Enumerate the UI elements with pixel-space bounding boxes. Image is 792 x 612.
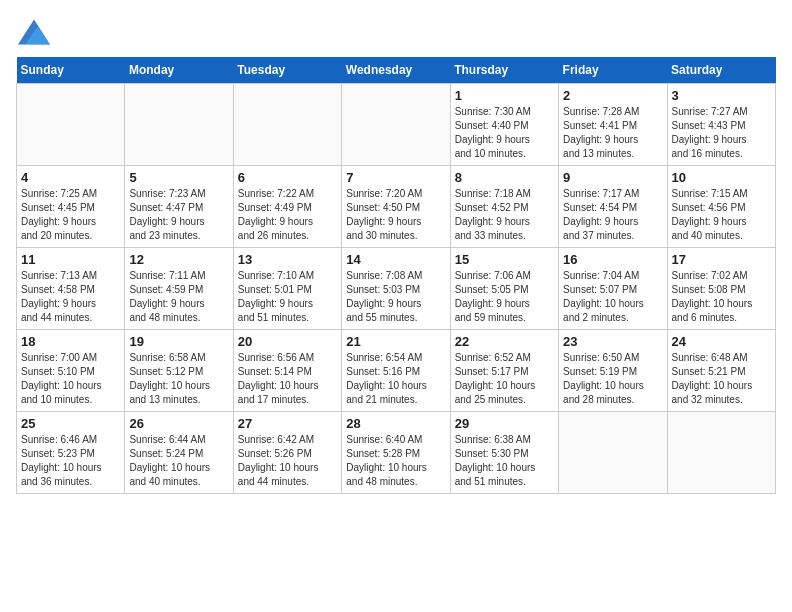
weekday-header-saturday: Saturday bbox=[667, 57, 775, 84]
day-number: 6 bbox=[238, 170, 337, 185]
calendar-cell bbox=[125, 84, 233, 166]
day-number: 14 bbox=[346, 252, 445, 267]
day-detail: Sunrise: 7:30 AM Sunset: 4:40 PM Dayligh… bbox=[455, 105, 554, 161]
weekday-header-thursday: Thursday bbox=[450, 57, 558, 84]
calendar-cell: 6Sunrise: 7:22 AM Sunset: 4:49 PM Daylig… bbox=[233, 166, 341, 248]
day-number: 24 bbox=[672, 334, 771, 349]
calendar-cell bbox=[342, 84, 450, 166]
day-number: 8 bbox=[455, 170, 554, 185]
day-number: 13 bbox=[238, 252, 337, 267]
day-detail: Sunrise: 7:22 AM Sunset: 4:49 PM Dayligh… bbox=[238, 187, 337, 243]
day-detail: Sunrise: 7:15 AM Sunset: 4:56 PM Dayligh… bbox=[672, 187, 771, 243]
calendar-cell: 27Sunrise: 6:42 AM Sunset: 5:26 PM Dayli… bbox=[233, 412, 341, 494]
day-detail: Sunrise: 6:48 AM Sunset: 5:21 PM Dayligh… bbox=[672, 351, 771, 407]
calendar-body: 1Sunrise: 7:30 AM Sunset: 4:40 PM Daylig… bbox=[17, 84, 776, 494]
day-number: 9 bbox=[563, 170, 662, 185]
day-detail: Sunrise: 6:38 AM Sunset: 5:30 PM Dayligh… bbox=[455, 433, 554, 489]
day-detail: Sunrise: 6:50 AM Sunset: 5:19 PM Dayligh… bbox=[563, 351, 662, 407]
calendar-cell bbox=[233, 84, 341, 166]
day-number: 1 bbox=[455, 88, 554, 103]
calendar-cell: 19Sunrise: 6:58 AM Sunset: 5:12 PM Dayli… bbox=[125, 330, 233, 412]
day-number: 22 bbox=[455, 334, 554, 349]
day-number: 19 bbox=[129, 334, 228, 349]
calendar-cell: 7Sunrise: 7:20 AM Sunset: 4:50 PM Daylig… bbox=[342, 166, 450, 248]
calendar-week-row: 4Sunrise: 7:25 AM Sunset: 4:45 PM Daylig… bbox=[17, 166, 776, 248]
weekday-header-tuesday: Tuesday bbox=[233, 57, 341, 84]
calendar-cell bbox=[559, 412, 667, 494]
calendar-cell: 28Sunrise: 6:40 AM Sunset: 5:28 PM Dayli… bbox=[342, 412, 450, 494]
calendar-week-row: 18Sunrise: 7:00 AM Sunset: 5:10 PM Dayli… bbox=[17, 330, 776, 412]
day-number: 26 bbox=[129, 416, 228, 431]
day-detail: Sunrise: 7:06 AM Sunset: 5:05 PM Dayligh… bbox=[455, 269, 554, 325]
day-detail: Sunrise: 7:11 AM Sunset: 4:59 PM Dayligh… bbox=[129, 269, 228, 325]
day-number: 12 bbox=[129, 252, 228, 267]
calendar-week-row: 11Sunrise: 7:13 AM Sunset: 4:58 PM Dayli… bbox=[17, 248, 776, 330]
logo-text bbox=[16, 20, 50, 53]
calendar-header: SundayMondayTuesdayWednesdayThursdayFrid… bbox=[17, 57, 776, 84]
calendar-cell: 3Sunrise: 7:27 AM Sunset: 4:43 PM Daylig… bbox=[667, 84, 775, 166]
calendar-week-row: 1Sunrise: 7:30 AM Sunset: 4:40 PM Daylig… bbox=[17, 84, 776, 166]
day-detail: Sunrise: 7:02 AM Sunset: 5:08 PM Dayligh… bbox=[672, 269, 771, 325]
calendar-cell: 21Sunrise: 6:54 AM Sunset: 5:16 PM Dayli… bbox=[342, 330, 450, 412]
day-detail: Sunrise: 6:44 AM Sunset: 5:24 PM Dayligh… bbox=[129, 433, 228, 489]
day-detail: Sunrise: 7:04 AM Sunset: 5:07 PM Dayligh… bbox=[563, 269, 662, 325]
logo bbox=[16, 20, 50, 49]
day-number: 16 bbox=[563, 252, 662, 267]
calendar-cell: 24Sunrise: 6:48 AM Sunset: 5:21 PM Dayli… bbox=[667, 330, 775, 412]
logo-icon bbox=[18, 18, 50, 46]
day-detail: Sunrise: 6:40 AM Sunset: 5:28 PM Dayligh… bbox=[346, 433, 445, 489]
day-number: 2 bbox=[563, 88, 662, 103]
calendar-cell: 20Sunrise: 6:56 AM Sunset: 5:14 PM Dayli… bbox=[233, 330, 341, 412]
day-detail: Sunrise: 6:56 AM Sunset: 5:14 PM Dayligh… bbox=[238, 351, 337, 407]
calendar-cell: 26Sunrise: 6:44 AM Sunset: 5:24 PM Dayli… bbox=[125, 412, 233, 494]
calendar-cell: 10Sunrise: 7:15 AM Sunset: 4:56 PM Dayli… bbox=[667, 166, 775, 248]
day-detail: Sunrise: 7:13 AM Sunset: 4:58 PM Dayligh… bbox=[21, 269, 120, 325]
day-number: 20 bbox=[238, 334, 337, 349]
day-detail: Sunrise: 7:17 AM Sunset: 4:54 PM Dayligh… bbox=[563, 187, 662, 243]
day-number: 17 bbox=[672, 252, 771, 267]
day-number: 29 bbox=[455, 416, 554, 431]
weekday-header-sunday: Sunday bbox=[17, 57, 125, 84]
calendar-cell: 17Sunrise: 7:02 AM Sunset: 5:08 PM Dayli… bbox=[667, 248, 775, 330]
page-header bbox=[16, 16, 776, 49]
calendar-cell: 22Sunrise: 6:52 AM Sunset: 5:17 PM Dayli… bbox=[450, 330, 558, 412]
day-detail: Sunrise: 7:00 AM Sunset: 5:10 PM Dayligh… bbox=[21, 351, 120, 407]
day-number: 27 bbox=[238, 416, 337, 431]
day-number: 4 bbox=[21, 170, 120, 185]
calendar-cell: 1Sunrise: 7:30 AM Sunset: 4:40 PM Daylig… bbox=[450, 84, 558, 166]
calendar-cell: 4Sunrise: 7:25 AM Sunset: 4:45 PM Daylig… bbox=[17, 166, 125, 248]
day-detail: Sunrise: 6:46 AM Sunset: 5:23 PM Dayligh… bbox=[21, 433, 120, 489]
calendar-cell: 9Sunrise: 7:17 AM Sunset: 4:54 PM Daylig… bbox=[559, 166, 667, 248]
calendar-cell: 5Sunrise: 7:23 AM Sunset: 4:47 PM Daylig… bbox=[125, 166, 233, 248]
day-detail: Sunrise: 7:28 AM Sunset: 4:41 PM Dayligh… bbox=[563, 105, 662, 161]
calendar-week-row: 25Sunrise: 6:46 AM Sunset: 5:23 PM Dayli… bbox=[17, 412, 776, 494]
calendar-cell: 23Sunrise: 6:50 AM Sunset: 5:19 PM Dayli… bbox=[559, 330, 667, 412]
calendar-cell: 11Sunrise: 7:13 AM Sunset: 4:58 PM Dayli… bbox=[17, 248, 125, 330]
calendar-cell: 15Sunrise: 7:06 AM Sunset: 5:05 PM Dayli… bbox=[450, 248, 558, 330]
day-number: 5 bbox=[129, 170, 228, 185]
calendar-cell bbox=[667, 412, 775, 494]
weekday-header-monday: Monday bbox=[125, 57, 233, 84]
calendar-cell: 18Sunrise: 7:00 AM Sunset: 5:10 PM Dayli… bbox=[17, 330, 125, 412]
day-detail: Sunrise: 6:42 AM Sunset: 5:26 PM Dayligh… bbox=[238, 433, 337, 489]
calendar-table: SundayMondayTuesdayWednesdayThursdayFrid… bbox=[16, 57, 776, 494]
day-number: 28 bbox=[346, 416, 445, 431]
weekday-header-wednesday: Wednesday bbox=[342, 57, 450, 84]
weekday-header-row: SundayMondayTuesdayWednesdayThursdayFrid… bbox=[17, 57, 776, 84]
calendar-cell: 12Sunrise: 7:11 AM Sunset: 4:59 PM Dayli… bbox=[125, 248, 233, 330]
day-detail: Sunrise: 7:10 AM Sunset: 5:01 PM Dayligh… bbox=[238, 269, 337, 325]
day-number: 7 bbox=[346, 170, 445, 185]
day-detail: Sunrise: 7:25 AM Sunset: 4:45 PM Dayligh… bbox=[21, 187, 120, 243]
calendar-cell: 13Sunrise: 7:10 AM Sunset: 5:01 PM Dayli… bbox=[233, 248, 341, 330]
calendar-cell: 25Sunrise: 6:46 AM Sunset: 5:23 PM Dayli… bbox=[17, 412, 125, 494]
day-detail: Sunrise: 7:23 AM Sunset: 4:47 PM Dayligh… bbox=[129, 187, 228, 243]
day-detail: Sunrise: 7:20 AM Sunset: 4:50 PM Dayligh… bbox=[346, 187, 445, 243]
calendar-cell bbox=[17, 84, 125, 166]
day-detail: Sunrise: 6:58 AM Sunset: 5:12 PM Dayligh… bbox=[129, 351, 228, 407]
day-detail: Sunrise: 6:54 AM Sunset: 5:16 PM Dayligh… bbox=[346, 351, 445, 407]
calendar-cell: 14Sunrise: 7:08 AM Sunset: 5:03 PM Dayli… bbox=[342, 248, 450, 330]
day-detail: Sunrise: 7:08 AM Sunset: 5:03 PM Dayligh… bbox=[346, 269, 445, 325]
day-number: 23 bbox=[563, 334, 662, 349]
day-number: 10 bbox=[672, 170, 771, 185]
calendar-cell: 16Sunrise: 7:04 AM Sunset: 5:07 PM Dayli… bbox=[559, 248, 667, 330]
